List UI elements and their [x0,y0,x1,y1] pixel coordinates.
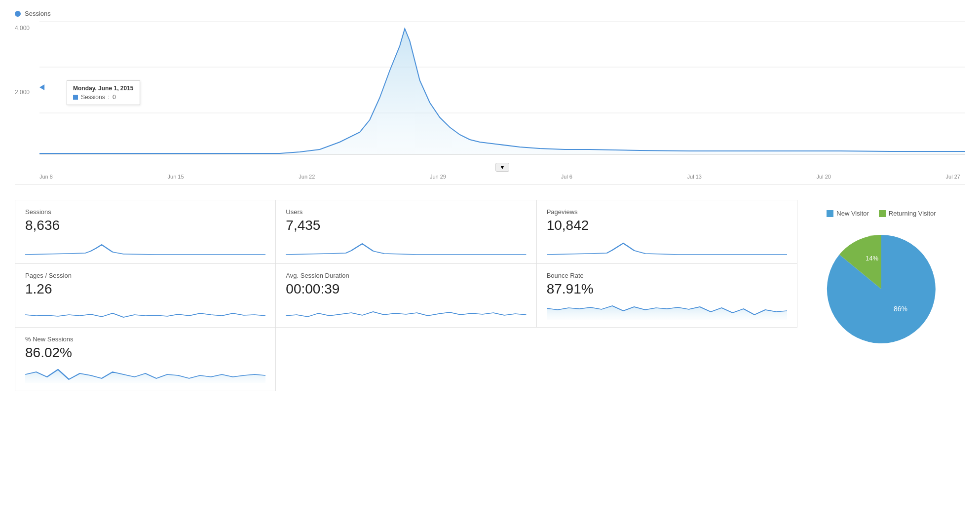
metric-sessions-value: 8,636 [25,218,265,233]
chart-legend: Sessions [15,10,965,17]
collapse-chart-button[interactable]: ▼ [495,163,510,172]
pie-legend: New Visitor Returning Visitor [827,210,936,217]
collapse-button-area: ▼ [39,163,965,172]
x-label-jul20: Jul 20 [817,174,831,180]
tooltip-pointer-icon [39,84,44,90]
x-label-jun29: Jun 29 [430,174,446,180]
returning-visitor-legend-square [879,210,886,217]
metric-pages-per-session-label: Pages / Session [25,272,265,279]
metric-bounce-rate-value: 87.91% [547,281,787,297]
chart-x-axis: Jun 8 Jun 15 Jun 22 Jun 29 Jul 6 Jul 13 … [39,174,965,180]
x-label-jun8: Jun 8 [39,174,53,180]
metrics-grid: Sessions 8,636 Users 7,435 Pageviews 10,… [15,200,797,328]
chart-line [39,29,965,153]
metric-pageviews: Pageviews 10,842 [537,200,797,264]
metric-pageviews-value: 10,842 [547,218,787,233]
x-label-jul27: Jul 27 [946,174,960,180]
x-label-jun15: Jun 15 [168,174,184,180]
chart-y-axis: 4,000 2,000 [15,25,30,153]
sparkline-pct-new-sessions [25,365,265,384]
metric-bounce-rate: Bounce Rate 87.91% [537,264,797,328]
x-label-jun22: Jun 22 [299,174,315,180]
metric-pageviews-label: Pageviews [547,208,787,216]
sparkline-sessions [25,237,265,257]
main-chart-container: Monday, June 1, 2015 Sessions: 0 [39,21,965,172]
metric-pct-new-sessions-label: % New Sessions [25,335,265,343]
pie-label-new-visitor-pct: 86% [894,305,907,313]
metric-users: Users 7,435 [276,200,536,264]
sparkline-users [286,237,526,257]
x-label-jul13: Jul 13 [687,174,702,180]
pie-chart-section: New Visitor Returning Visitor [797,200,965,391]
metric-sessions-label: Sessions [25,208,265,216]
chart-area [39,29,965,154]
metric-avg-session-duration-value: 00:00:39 [286,281,526,297]
empty-bottom-area [276,328,797,391]
pie-label-returning-visitor-pct: 14% [866,255,878,262]
sparkline-pageviews [547,237,787,257]
metric-bounce-rate-label: Bounce Rate [547,272,787,279]
sessions-line-chart [39,21,965,159]
returning-visitor-legend-label: Returning Visitor [889,210,936,217]
sparkline-bounce-rate [547,301,787,321]
sparkline-avg-session-duration [286,301,526,321]
metric-pages-per-session-value: 1.26 [25,281,265,297]
pie-legend-returning-visitor: Returning Visitor [879,210,936,217]
pie-legend-new-visitor: New Visitor [827,210,869,217]
metric-sessions: Sessions 8,636 [15,200,276,264]
metric-pct-new-sessions-value: 86.02% [25,345,265,361]
pie-chart-container: 86% 14% [817,225,945,353]
metric-pages-per-session: Pages / Session 1.26 [15,264,276,328]
pie-chart: 86% 14% [817,225,945,353]
x-label-jul6: Jul 6 [561,174,572,180]
y-label-4000: 4,000 [15,25,30,32]
new-visitor-legend-square [827,210,833,217]
new-visitor-legend-label: New Visitor [836,210,869,217]
main-chart-section: Sessions 4,000 2,000 Monday, June 1, 201… [15,10,965,185]
metric-avg-session-duration: Avg. Session Duration 00:00:39 [276,264,536,328]
sessions-legend-dot [15,11,21,17]
metric-avg-session-duration-label: Avg. Session Duration [286,272,526,279]
sparkline-pages-per-session [25,301,265,321]
bottom-metrics-row: % New Sessions 86.02% [15,328,797,391]
metrics-section: Sessions 8,636 Users 7,435 Pageviews 10,… [15,200,965,391]
metric-pct-new-sessions: % New Sessions 86.02% [15,328,276,391]
y-label-2000: 2,000 [15,89,30,96]
metric-users-label: Users [286,208,526,216]
metric-users-value: 7,435 [286,218,526,233]
chart-legend-label: Sessions [25,10,51,17]
